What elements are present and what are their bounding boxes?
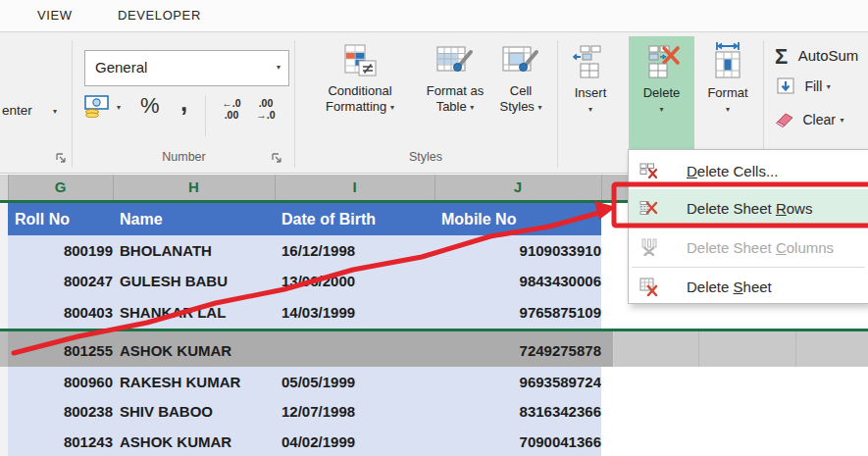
- cell-roll[interactable]: 800403: [8, 296, 126, 329]
- cell-name[interactable]: SHANKAR LAL: [113, 296, 282, 329]
- delete-label: Delete: [643, 85, 681, 100]
- accounting-format-icon[interactable]: [84, 94, 112, 118]
- chevron-down-icon: ▾: [827, 82, 831, 91]
- cell-dob[interactable]: 14/03/1999: [275, 296, 442, 329]
- cell-mobile[interactable]: 9693589724: [434, 367, 614, 397]
- empty-cell[interactable]: [601, 367, 699, 397]
- cell-name[interactable]: SHIV BABOO: [113, 396, 282, 428]
- number-dialog-launcher-icon[interactable]: [271, 152, 283, 165]
- decrease-decimal-button[interactable]: .00 →.0: [251, 97, 281, 121]
- fill-label: Fill: [804, 78, 822, 94]
- delete-sheet-menu-icon: [639, 278, 659, 296]
- cell-dob[interactable]: 04/02/1999: [275, 427, 442, 456]
- empty-cell[interactable]: [698, 396, 796, 428]
- empty-cell[interactable]: [795, 427, 868, 456]
- tab-developer[interactable]: DEVELOPER: [118, 8, 201, 23]
- cell-name[interactable]: ASHOK KUMAR: [113, 331, 282, 370]
- cell-styles-button[interactable]: Cell Styles ▾: [490, 44, 551, 116]
- menu-item-label: Delete Sheet Columns: [687, 239, 834, 256]
- cell-name[interactable]: GULESH BABU: [113, 266, 282, 297]
- conditional-formatting-icon: [342, 44, 378, 79]
- column-header-g[interactable]: G: [8, 175, 114, 200]
- menu-item-delete-sheet-rows[interactable]: Delete Sheet Rows: [629, 189, 868, 227]
- cell-name[interactable]: RAKESH KUMAR: [113, 367, 282, 397]
- percent-style-button[interactable]: %: [140, 93, 160, 119]
- cell-mobile[interactable]: 7090041366: [434, 427, 614, 456]
- decrease-decimal-bottom: →.0: [251, 109, 281, 121]
- chevron-down-icon: ▾: [840, 116, 843, 125]
- cell-mobile[interactable]: 7249275878: [434, 331, 614, 370]
- menu-item-label: Delete Sheet Rows: [687, 200, 812, 217]
- menu-item-delete-sheet[interactable]: Delete Sheet: [629, 270, 868, 303]
- cell-mobile[interactable]: 9843430006: [434, 266, 614, 297]
- cell-styles-label-2: Styles: [499, 99, 534, 114]
- increase-decimal-button[interactable]: ←.0 .00: [217, 97, 246, 121]
- group-separator: [294, 40, 295, 168]
- chevron-down-icon[interactable]: ▾: [53, 107, 57, 116]
- empty-cell[interactable]: [601, 427, 699, 456]
- empty-cell[interactable]: [698, 427, 796, 456]
- cell-roll[interactable]: 801243: [8, 427, 126, 456]
- empty-cell[interactable]: [601, 331, 699, 370]
- cell-roll[interactable]: 801255: [8, 331, 126, 370]
- menu-item-delete-sheet-columns: Delete Sheet Columns: [629, 230, 868, 264]
- header-cell-mobile[interactable]: Mobile No: [434, 203, 609, 235]
- alignment-dialog-launcher-icon[interactable]: [55, 152, 68, 165]
- empty-cell[interactable]: [795, 367, 868, 397]
- cell-dob[interactable]: 05/05/1999: [275, 367, 442, 397]
- cell-name[interactable]: ASHOK KUMAR: [113, 427, 282, 456]
- empty-cell[interactable]: [795, 396, 868, 428]
- chevron-down-icon: ▾: [659, 105, 663, 114]
- number-format-combobox[interactable]: General ▾: [84, 50, 289, 86]
- empty-cell[interactable]: [698, 331, 796, 370]
- empty-cell[interactable]: [698, 367, 796, 397]
- clear-button[interactable]: Clear ▾: [775, 111, 843, 128]
- fill-button[interactable]: Fill ▾: [777, 77, 831, 95]
- tab-view[interactable]: VIEW: [37, 8, 73, 23]
- ribbon-tab-bar: VIEW DEVELOPER: [0, 0, 868, 32]
- cell-mobile[interactable]: 9765875109: [434, 296, 614, 329]
- insert-label: Insert: [575, 85, 607, 100]
- cell-mobile[interactable]: 9109033910: [434, 235, 614, 267]
- chevron-down-icon: ▾: [538, 103, 542, 112]
- cell-styles-label-1: Cell: [510, 83, 532, 98]
- format-as-table-icon: [435, 44, 475, 79]
- cell-roll[interactable]: 800199: [8, 235, 126, 267]
- header-cell-roll[interactable]: Roll No: [8, 203, 121, 235]
- cell-roll[interactable]: 800247: [8, 266, 126, 297]
- autosum-label: AutoSum: [798, 47, 859, 64]
- chevron-down-icon: ▾: [277, 51, 281, 83]
- cell-name[interactable]: BHOLANATH: [113, 235, 282, 267]
- cell-dob[interactable]: [275, 331, 442, 370]
- empty-cell[interactable]: [601, 396, 699, 428]
- menu-item-delete-cells[interactable]: Delete Cells...: [629, 154, 868, 187]
- column-header-h[interactable]: H: [113, 175, 276, 200]
- chevron-down-icon: ▾: [726, 105, 730, 114]
- merge-center-button[interactable]: enter: [2, 103, 32, 118]
- conditional-formatting-button[interactable]: Conditional Formatting ▾: [300, 44, 420, 116]
- number-group-label: Number: [74, 150, 294, 164]
- cell-mobile[interactable]: 8316342366: [434, 396, 614, 428]
- decrease-decimal-top: .00: [251, 97, 281, 109]
- chevron-down-icon[interactable]: ▾: [117, 103, 121, 112]
- cell-dob[interactable]: 16/12/1998: [275, 235, 442, 267]
- mini-separator: [205, 95, 206, 136]
- insert-button[interactable]: Insert ▾: [565, 44, 616, 118]
- format-as-table-label-1: Format as: [427, 83, 485, 98]
- cell-roll[interactable]: 800960: [8, 367, 126, 397]
- cell-dob[interactable]: 12/07/1998: [275, 396, 442, 428]
- column-header-j[interactable]: J: [434, 175, 602, 200]
- cell-roll[interactable]: 800238: [8, 396, 126, 428]
- header-cell-dob[interactable]: Date of Birth: [275, 203, 442, 235]
- header-cell-name[interactable]: Name: [113, 203, 282, 235]
- format-button[interactable]: Format ▾: [698, 38, 757, 118]
- comma-style-button[interactable]: ,: [180, 87, 187, 118]
- number-format-value: General: [95, 59, 147, 76]
- column-header-i[interactable]: I: [275, 175, 435, 200]
- eraser-icon: [775, 111, 794, 127]
- format-as-table-button[interactable]: Format as Table ▾: [420, 44, 490, 116]
- table-row: 800960 RAKESH KUMAR 05/05/1999 969358972…: [0, 367, 868, 396]
- autosum-button[interactable]: Σ AutoSum: [775, 44, 858, 70]
- empty-cell[interactable]: [795, 331, 868, 370]
- cell-dob[interactable]: 13/06/2000: [275, 266, 442, 297]
